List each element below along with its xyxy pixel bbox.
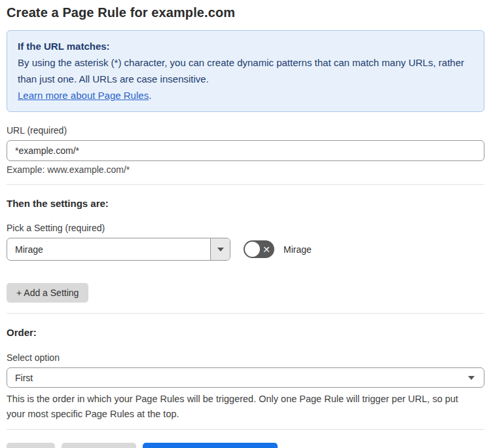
learn-more-link[interactable]: Learn more about Page Rules: [18, 90, 149, 101]
order-select-value: First: [15, 373, 33, 383]
save-and-deploy-button[interactable]: Save and Deploy Page Rule: [143, 443, 278, 448]
info-box-link-line: Learn more about Page Rules.: [18, 87, 473, 103]
page-rule-form: Create a Page Rule for example.com If th…: [0, 0, 491, 448]
mirage-toggle[interactable]: ✕: [244, 240, 274, 258]
settings-section-heading: Then the settings are:: [7, 198, 484, 209]
order-section-heading: Order:: [7, 327, 484, 338]
divider: [7, 429, 484, 430]
setting-dropdown-button[interactable]: [210, 238, 230, 260]
url-input[interactable]: [7, 140, 484, 161]
info-box-heading: If the URL matches:: [18, 38, 473, 54]
cancel-button[interactable]: Cancel: [7, 443, 55, 448]
order-select[interactable]: First: [7, 367, 484, 388]
setting-dropdown[interactable]: Mirage: [7, 238, 230, 261]
save-as-draft-button[interactable]: Save as Draft: [62, 443, 137, 448]
setting-dropdown-value: Mirage: [7, 238, 210, 260]
add-setting-button[interactable]: + Add a Setting: [7, 283, 88, 303]
divider: [7, 184, 484, 185]
pick-setting-label: Pick a Setting (required): [7, 223, 484, 233]
url-match-info-box: If the URL matches: By using the asteris…: [7, 30, 484, 112]
info-box-body: By using the asterisk (*) character, you…: [18, 54, 473, 87]
toggle-off-x-icon: ✕: [263, 244, 270, 253]
setting-row: Mirage ✕ Mirage: [7, 238, 484, 261]
footer-actions: Cancel Save as Draft Save and Deploy Pag…: [7, 443, 484, 448]
chevron-down-icon: [217, 248, 224, 252]
url-field-label: URL (required): [7, 125, 484, 136]
link-period: .: [149, 90, 151, 101]
page-title: Create a Page Rule for example.com: [7, 5, 484, 20]
order-select-label: Select option: [7, 352, 484, 363]
chevron-down-icon: [468, 376, 475, 380]
toggle-knob: [245, 242, 260, 257]
url-example-text: Example: www.example.com/*: [7, 164, 484, 175]
order-help-text: This is the order in which your Page Rul…: [7, 392, 475, 422]
toggle-label: Mirage: [283, 244, 312, 255]
divider: [7, 313, 484, 314]
